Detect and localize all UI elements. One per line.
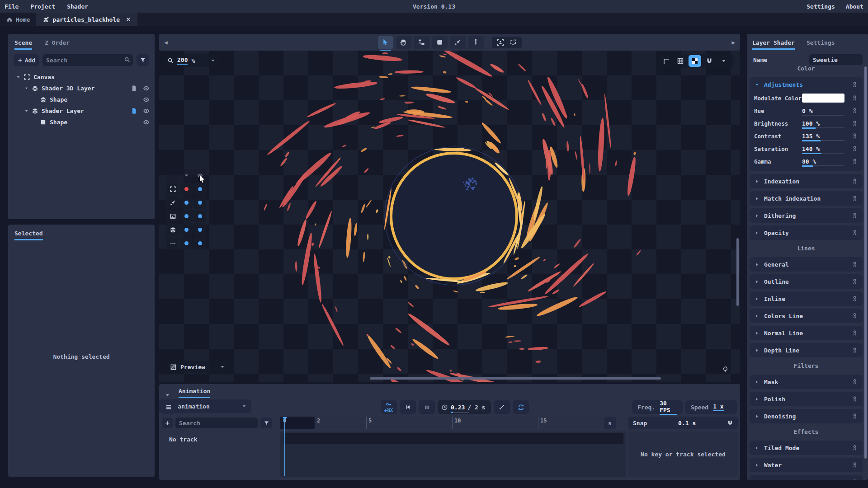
zoom-dropdown-icon[interactable] [210, 58, 216, 63]
tree-item-shape-4[interactable]: Shape [13, 117, 151, 128]
property-value[interactable]: 0 % [802, 108, 812, 114]
current-time-value[interactable]: 0.23 [451, 404, 465, 411]
scene-search-input[interactable] [42, 54, 133, 66]
transform-tool[interactable] [414, 36, 429, 49]
section-header-denoising[interactable]: Denoising [754, 409, 858, 423]
collapse-right-icon[interactable]: ▶ [726, 39, 740, 46]
menu-shader[interactable]: Shader [67, 3, 88, 10]
menu-about[interactable]: About [846, 3, 863, 10]
keyframe-icon[interactable] [851, 133, 858, 140]
menu-file[interactable]: File [5, 3, 19, 10]
expander-icon[interactable] [24, 108, 29, 113]
tree-item-shape-2[interactable]: Shape [13, 94, 151, 105]
section-header-polish[interactable]: Polish [754, 392, 858, 406]
add-track-button[interactable] [162, 418, 173, 428]
property-value-area[interactable]: 100 % [802, 117, 844, 130]
keyframe-icon[interactable] [851, 145, 858, 152]
zoom-value[interactable]: 200 [177, 56, 188, 65]
track-row[interactable] [283, 433, 623, 444]
speed-value[interactable]: 1 x [713, 403, 723, 411]
tab-z-order[interactable]: Z Order [45, 39, 70, 50]
tab-layer-shader[interactable]: Layer Shader [752, 39, 795, 50]
focus-selection-tool[interactable] [496, 38, 505, 47]
keyframe-icon[interactable] [851, 261, 858, 268]
tree-item-canvas-0[interactable]: Canvas [13, 71, 151, 83]
scene-filter-button[interactable] [137, 54, 149, 66]
tree-item-shader-layer-3[interactable]: Shader Layer [13, 105, 151, 117]
viewport-canvas[interactable]: 200 % Preview [159, 51, 740, 382]
section-header-depth-line[interactable]: Depth Line [754, 343, 858, 357]
property-value[interactable]: 140 % [802, 145, 820, 152]
shape-tool[interactable] [432, 36, 448, 49]
section-header-water[interactable]: Water [754, 458, 858, 472]
toggle-dot[interactable] [193, 223, 206, 236]
image-row-icon[interactable] [166, 210, 179, 222]
layers-row-icon[interactable] [166, 223, 179, 236]
pan-tool[interactable] [396, 36, 411, 49]
keyframe-icon[interactable] [851, 278, 858, 285]
add-button[interactable]: Add [14, 54, 39, 66]
section-header-opacity[interactable]: Opacity [754, 225, 858, 240]
zoom-control[interactable]: 200 % [164, 54, 219, 67]
skip-to-start-button[interactable] [400, 400, 416, 414]
tab-settings[interactable]: Settings [807, 39, 835, 50]
property-value-area[interactable] [802, 92, 844, 104]
snap-control[interactable]: Snap 0.1 s [628, 417, 738, 429]
script-toggle-icon[interactable] [129, 85, 139, 92]
property-value-area[interactable]: 140 % [802, 142, 844, 155]
view-options-dropdown[interactable] [717, 55, 730, 67]
vertical-scrollbar[interactable] [736, 238, 739, 306]
keyframe-icon[interactable] [851, 462, 858, 469]
toggle-dot[interactable] [180, 183, 193, 195]
pause-button[interactable] [419, 400, 435, 414]
menu-project[interactable]: Project [30, 3, 55, 10]
frequency-control[interactable]: Freq. 30 FPS [632, 400, 683, 414]
timeline-ruler[interactable]: 0251015 [280, 417, 602, 429]
tab-home[interactable]: Home [0, 13, 36, 26]
snap-toggle[interactable] [703, 55, 716, 67]
keyframe-icon[interactable] [851, 108, 858, 114]
keyframe-icon[interactable] [851, 195, 858, 202]
keyframe-icon[interactable] [851, 296, 858, 302]
keyframe-icon[interactable] [851, 479, 858, 480]
section-header-adjustments[interactable]: Adjustments [754, 77, 858, 92]
loop-button[interactable] [513, 400, 529, 414]
keyframe-icon[interactable] [851, 379, 858, 385]
toggle-dot[interactable] [193, 183, 206, 195]
light-icon[interactable] [722, 366, 729, 373]
eye-toggle-icon[interactable] [141, 108, 151, 114]
keyframe-icon[interactable] [851, 347, 858, 354]
close-tab-icon[interactable] [126, 17, 131, 22]
tab-selected[interactable]: Selected [14, 230, 43, 240]
toggle-dot[interactable] [180, 196, 193, 209]
keyframe-icon[interactable] [851, 313, 858, 319]
eye-toggle-icon[interactable] [141, 85, 151, 92]
toggle-dot[interactable] [193, 237, 206, 249]
color-swatch[interactable] [802, 94, 844, 103]
section-header-colors-line[interactable]: Colors Line [754, 309, 858, 323]
properties-scrollbar[interactable] [864, 66, 867, 459]
collapse-left-icon[interactable]: ◀ [159, 39, 173, 46]
toggle-dot[interactable] [193, 210, 206, 222]
toggle-dot[interactable] [193, 196, 206, 209]
track-search-input[interactable] [175, 418, 258, 428]
autokey-record-button[interactable]: ●REC [381, 400, 397, 414]
dots3-row-icon[interactable] [166, 237, 179, 249]
preview-dropdown-icon[interactable] [220, 364, 225, 370]
property-value-area[interactable]: 135 % [802, 130, 844, 142]
section-header-dithering[interactable]: Dithering [754, 208, 858, 223]
tab-document[interactable]: particles_blackhole [36, 13, 137, 26]
keyframe-icon[interactable] [851, 396, 858, 403]
section-header-indexation[interactable]: Indexation [754, 174, 858, 188]
keyframe-icon[interactable] [851, 212, 858, 219]
preview-control[interactable]: Preview [166, 361, 229, 373]
collapse-panel-icon[interactable] [165, 392, 170, 398]
keyframe-icon[interactable] [851, 178, 858, 185]
snap-value[interactable]: 0.1 s [678, 420, 696, 427]
track-filter-button[interactable] [260, 418, 272, 428]
expand-timeline-button[interactable] [494, 400, 510, 414]
property-value-area[interactable]: 80 % [802, 155, 844, 168]
keyframe-icon[interactable] [851, 158, 858, 165]
script-toggle-icon[interactable] [129, 108, 139, 114]
expander-icon[interactable] [15, 75, 21, 80]
